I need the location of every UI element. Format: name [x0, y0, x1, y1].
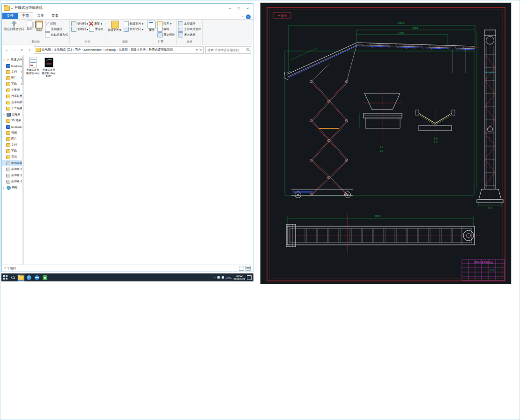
- copy-to-button[interactable]: 复制到▾: [71, 27, 88, 32]
- paste-button[interactable]: 粘贴: [34, 20, 44, 32]
- taskbar-search-button[interactable]: [9, 273, 17, 281]
- cad-image-preview[interactable]: 主视图 5976 54: [260, 3, 511, 284]
- back-button[interactable]: ←: [4, 48, 10, 52]
- sidebar-item-recent-folder-2[interactable]: 汽车起重机(全部): [2, 93, 23, 99]
- windows-logo-icon: [3, 275, 7, 280]
- rename-button[interactable]: 重命名: [89, 27, 104, 32]
- sidebar-item-downloads-pinned[interactable]: 下载: [2, 81, 23, 87]
- delete-button[interactable]: 删除▾: [89, 21, 104, 26]
- refresh-icon[interactable]: ↻: [199, 48, 202, 52]
- breadcrumb-administrator[interactable]: Administrator: [84, 48, 102, 52]
- breadcrumb-folder2[interactable]: 新建文件夹: [131, 48, 146, 52]
- search-input[interactable]: [207, 48, 246, 52]
- recent-locations-icon[interactable]: ▾: [19, 48, 25, 52]
- cut-button[interactable]: 剪切: [45, 21, 68, 26]
- copy-path-button[interactable]: 复制路径: [45, 27, 68, 32]
- tab-share[interactable]: 共享: [33, 13, 48, 19]
- collapse-ribbon-icon[interactable]: ^: [242, 15, 244, 19]
- select-none-button[interactable]: 全部取消选择: [178, 27, 201, 32]
- breadcrumb-desktop[interactable]: Desktop: [104, 48, 116, 52]
- sidebar-item-local-disk-c[interactable]: 本地磁盘 (C:): [2, 160, 23, 166]
- help-icon[interactable]: ?: [246, 15, 251, 19]
- svg-text:750: 750: [488, 207, 492, 210]
- svg-text:5976: 5976: [398, 22, 404, 24]
- maximize-button[interactable]: □: [234, 4, 243, 12]
- taskbar-clock[interactable]: 15:02 2021/3/29: [234, 274, 245, 280]
- window-title: 升降式皮带输送机: [15, 6, 43, 10]
- taskbar-wps-app[interactable]: [41, 273, 49, 281]
- up-button[interactable]: ↑: [26, 48, 32, 52]
- minimize-button[interactable]: –: [225, 4, 234, 12]
- breadcrumb-folder1[interactable]: 九重图: [119, 48, 128, 52]
- 3d-objects-icon: [6, 119, 10, 123]
- folder-icon: [6, 101, 10, 104]
- breadcrumb-this-pc[interactable]: 此电脑: [42, 48, 51, 52]
- hidden-icons-button[interactable]: ^: [214, 276, 215, 279]
- sidebar-item-downloads[interactable]: 下载: [2, 148, 23, 154]
- paste-shortcut-button[interactable]: 粘贴快捷方式: [45, 32, 68, 37]
- sidebar-item-desktop[interactable]: Desktop: [2, 124, 23, 130]
- new-folder-button[interactable]: 新建文件夹: [107, 20, 123, 32]
- taskbar-file-explorer[interactable]: [17, 273, 25, 281]
- sidebar-item-desktop-pinned[interactable]: Desktop: [2, 63, 23, 69]
- select-all-button[interactable]: 全部选择: [178, 21, 201, 26]
- breadcrumb-users[interactable]: 用户: [74, 48, 81, 52]
- sidebar-scrollbar[interactable]: [22, 55, 23, 265]
- sidebar-item-volume-f[interactable]: 新加卷 (F:): [2, 178, 23, 184]
- sidebar-item-pictures[interactable]: 图片: [2, 136, 23, 142]
- file-item-dwg[interactable]: 升降式皮带输送机.dwg: [26, 58, 40, 74]
- pin-to-quick-access-button[interactable]: 固定到快速访问: [3, 20, 25, 31]
- forward-button[interactable]: →: [11, 48, 17, 52]
- details-view-button[interactable]: [239, 266, 244, 271]
- screen: ▾ 升降式皮带输送机 – □ × 文件 主页 共享 查看 ^ ?: [0, 0, 520, 420]
- sidebar-item-volume-d[interactable]: 新加卷 (D:): [2, 166, 23, 172]
- close-button[interactable]: ×: [243, 4, 252, 12]
- pictures-icon: [6, 76, 10, 80]
- quick-access-toolbar-arrow-icon[interactable]: ▾: [11, 7, 13, 10]
- sidebar-item-documents-pinned[interactable]: 文档: [2, 69, 23, 75]
- new-item-button[interactable]: 新建项目▾: [124, 21, 143, 26]
- sidebar-item-recent-folder-3[interactable]: 金泰易模板: [2, 99, 23, 105]
- taskbar-ie-browser[interactable]: [33, 273, 41, 281]
- sidebar-item-music[interactable]: 音乐: [2, 154, 23, 160]
- easy-access-button[interactable]: 轻松访问▾: [124, 27, 143, 32]
- start-button[interactable]: [1, 273, 9, 281]
- breadcrumb[interactable]: 此电脑› 本地磁盘 (C:)› 用户› Administrator› Deskt…: [34, 46, 204, 54]
- invert-selection-button[interactable]: 反向选择: [178, 32, 201, 37]
- tab-view[interactable]: 查看: [48, 13, 62, 19]
- sidebar-item-videos[interactable]: 视频: [2, 130, 23, 136]
- tab-file[interactable]: 文件: [2, 13, 18, 19]
- sidebar-item-3d-objects[interactable]: 3D 对象: [2, 118, 23, 124]
- group-label-new: 新建: [107, 40, 143, 44]
- copy-button[interactable]: 复制: [26, 20, 33, 31]
- sidebar-item-documents[interactable]: 文档: [2, 142, 23, 148]
- sidebar-item-pictures-pinned[interactable]: 图片: [2, 75, 23, 81]
- language-indicator[interactable]: ENG: [226, 276, 232, 279]
- edit-button[interactable]: 编辑: [157, 27, 175, 32]
- group-label-clipboard: 剪贴板: [3, 40, 68, 44]
- sidebar-quick-access[interactable]: ▾ ★ 快速访问: [2, 57, 23, 63]
- move-to-button[interactable]: 移动到▾: [71, 21, 88, 26]
- volume-icon[interactable]: [217, 276, 220, 279]
- paste-icon: [35, 21, 43, 29]
- sidebar-network[interactable]: ▸ 网络: [2, 184, 23, 191]
- ribbon-group-new: 新建文件夹 新建项目▾ 轻松访问▾ 新建: [105, 20, 145, 44]
- taskbar-edge-browser[interactable]: [25, 273, 33, 281]
- sidebar-item-recent-folder-4[interactable]: 十二层楼有礼: [2, 105, 23, 111]
- action-center-button[interactable]: [247, 275, 252, 280]
- file-item-bmp[interactable]: 升降式皮带输送机.dwg.BMP: [42, 58, 56, 78]
- breadcrumb-drive-c[interactable]: 本地磁盘 (C:): [54, 48, 72, 52]
- group-label-organize: 组织: [71, 40, 104, 44]
- sidebar-item-volume-e[interactable]: 新加卷 (E:): [2, 172, 23, 178]
- open-button[interactable]: 打开▾: [157, 21, 175, 26]
- network-icon[interactable]: [222, 276, 224, 279]
- large-icons-view-button[interactable]: [245, 266, 251, 271]
- sidebar-this-pc[interactable]: ▾ 此电脑: [2, 111, 23, 118]
- sidebar-item-recent-folder-1[interactable]: 九重图: [2, 87, 23, 93]
- select-none-icon: [178, 27, 183, 32]
- location-folder-icon: [36, 48, 41, 52]
- history-button[interactable]: 历史记录: [157, 32, 175, 37]
- tab-home[interactable]: 主页: [18, 12, 33, 19]
- address-dropdown-icon[interactable]: ▾: [196, 48, 198, 52]
- properties-button[interactable]: 属性: [147, 20, 156, 32]
